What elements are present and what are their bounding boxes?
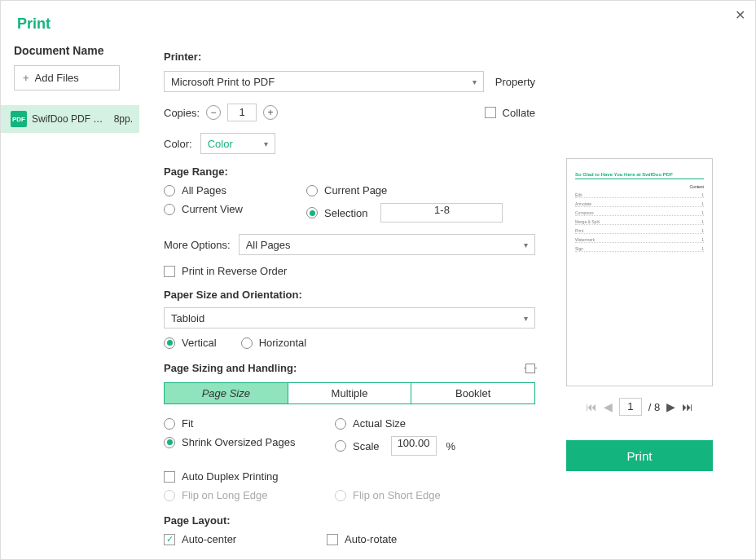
- dialog-title: Print: [1, 1, 755, 44]
- page-number-input[interactable]: 1: [619, 398, 642, 416]
- radio-shrink[interactable]: [164, 437, 175, 448]
- paper-size-value: Tabloid: [171, 312, 204, 324]
- radio-fit[interactable]: [164, 418, 175, 430]
- sizing-label: Page Sizing and Handling:: [164, 362, 297, 374]
- actual-size-label: Actual Size: [353, 417, 406, 430]
- percent-label: %: [446, 440, 456, 452]
- preview-page-controls: ⏮ ◀ 1 / 8 ▶ ⏭: [552, 398, 727, 416]
- copies-increment-button[interactable]: +: [263, 105, 278, 120]
- chevron-down-icon: ▾: [524, 240, 528, 249]
- auto-center-checkbox[interactable]: ✓: [164, 534, 175, 545]
- next-page-icon[interactable]: ▶: [666, 400, 675, 413]
- collate-checkbox[interactable]: [485, 107, 496, 118]
- scale-input[interactable]: 100.00: [391, 436, 437, 456]
- color-select[interactable]: Color ▾: [200, 133, 275, 154]
- tab-page-size[interactable]: Page Size: [165, 383, 288, 403]
- auto-rotate-checkbox[interactable]: [327, 534, 338, 545]
- printer-property-link[interactable]: Property: [495, 76, 535, 88]
- radio-vertical[interactable]: [164, 337, 175, 349]
- radio-flip-short: [335, 490, 346, 501]
- current-view-label: Current View: [182, 203, 243, 215]
- radio-selection[interactable]: [306, 207, 318, 218]
- all-pages-label: All Pages: [182, 184, 226, 196]
- reverse-order-label: Print in Reverse Order: [182, 265, 287, 277]
- page-range-label: Page Range:: [164, 165, 535, 178]
- file-list-item[interactable]: PDF SwifDoo PDF Us.. 8pp.: [1, 105, 139, 133]
- duplex-checkbox[interactable]: [164, 471, 175, 483]
- paper-label: Paper Size and Orientation:: [164, 289, 535, 301]
- first-page-icon[interactable]: ⏮: [586, 400, 597, 413]
- auto-center-label: Auto-center: [182, 533, 236, 545]
- file-page-count: 8pp.: [114, 113, 133, 125]
- file-name: SwifDoo PDF Us..: [32, 113, 109, 125]
- radio-current-page[interactable]: [306, 185, 318, 196]
- add-files-button[interactable]: + Add Files: [14, 65, 120, 90]
- radio-actual-size[interactable]: [335, 418, 346, 430]
- page-preview: So Glad to Have You Here at SwifDoo PDF …: [566, 158, 713, 386]
- printer-label: Printer:: [164, 51, 535, 63]
- sizing-tabs: Page Size Multiple Booklet: [164, 382, 535, 404]
- tab-multiple[interactable]: Multiple: [288, 383, 412, 403]
- copies-decrement-button[interactable]: −: [206, 105, 221, 120]
- flip-short-label: Flip on Short Edge: [353, 489, 441, 501]
- more-options-select[interactable]: All Pages ▾: [239, 234, 535, 255]
- printer-select[interactable]: Microsoft Print to PDF ▾: [164, 71, 484, 92]
- page-layout-label: Page Layout:: [164, 514, 535, 527]
- chevron-down-icon: ▾: [264, 139, 268, 148]
- sidebar-header: Document Name: [1, 44, 139, 65]
- reverse-order-checkbox[interactable]: [164, 266, 175, 277]
- sidebar: Document Name + Add Files PDF SwifDoo PD…: [1, 44, 139, 549]
- preview-panel: So Glad to Have You Here at SwifDoo PDF …: [552, 44, 755, 549]
- copies-input[interactable]: 1: [227, 104, 257, 121]
- radio-scale[interactable]: [335, 440, 346, 452]
- paper-size-select[interactable]: Tabloid ▾: [164, 307, 535, 329]
- radio-horizontal[interactable]: [241, 337, 253, 349]
- duplex-label: Auto Duplex Printing: [182, 470, 279, 483]
- close-icon[interactable]: ✕: [735, 7, 745, 23]
- collate-label: Collate: [503, 107, 535, 119]
- fit-label: Fit: [182, 417, 193, 430]
- printer-value: Microsoft Print to PDF: [171, 76, 275, 88]
- shrink-label: Shrink Oversized Pages: [182, 436, 295, 448]
- selection-label: Selection: [324, 207, 367, 219]
- color-value: Color: [208, 138, 233, 150]
- chevron-down-icon: ▾: [524, 314, 528, 323]
- color-label: Color:: [164, 138, 192, 150]
- selection-input[interactable]: 1-8: [380, 203, 503, 223]
- flip-long-label: Flip on Long Edge: [182, 489, 268, 501]
- radio-flip-long: [164, 490, 175, 501]
- print-button[interactable]: Print: [566, 440, 713, 471]
- expand-icon[interactable]: [525, 364, 535, 373]
- add-files-label: Add Files: [35, 72, 79, 84]
- more-options-label: More Options:: [164, 239, 231, 251]
- print-dialog: ✕ Print Document Name + Add Files PDF Sw…: [0, 0, 756, 560]
- page-total: / 8: [648, 401, 660, 413]
- plus-icon: +: [23, 72, 29, 84]
- radio-current-view[interactable]: [164, 204, 175, 215]
- more-options-value: All Pages: [246, 239, 291, 251]
- settings-panel: Printer: Microsoft Print to PDF ▾ Proper…: [139, 44, 552, 549]
- radio-all-pages[interactable]: [164, 185, 175, 196]
- tab-booklet[interactable]: Booklet: [411, 383, 534, 403]
- horizontal-label: Horizontal: [259, 337, 307, 349]
- current-page-label: Current Page: [324, 184, 387, 196]
- chevron-down-icon: ▾: [472, 77, 477, 86]
- copies-label: Copies:: [164, 107, 200, 119]
- scale-label: Scale: [353, 440, 380, 452]
- prev-page-icon[interactable]: ◀: [604, 400, 613, 413]
- vertical-label: Vertical: [182, 337, 217, 349]
- auto-rotate-label: Auto-rotate: [345, 533, 397, 545]
- last-page-icon[interactable]: ⏭: [682, 400, 693, 413]
- pdf-icon: PDF: [11, 111, 27, 127]
